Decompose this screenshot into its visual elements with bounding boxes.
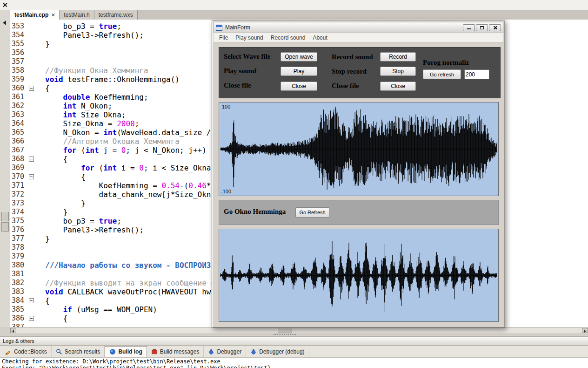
- menubar: File Play sound Record sound About: [214, 33, 503, 43]
- go-refresh-hemming-button[interactable]: Go Refresh: [295, 207, 329, 218]
- top-pane-strip: [0, 0, 588, 10]
- editor-hscrollbar[interactable]: [10, 327, 588, 334]
- line-number: 362: [10, 102, 27, 110]
- line-number: 385: [10, 305, 27, 314]
- close-file-button-1[interactable]: Close: [281, 82, 317, 91]
- code-text: [37, 270, 45, 279]
- tab-testframe-wxs[interactable]: testframe.wxs: [94, 10, 138, 20]
- fold-margin: [27, 234, 37, 243]
- logs-tab-codeblocks[interactable]: Code::Blocks: [1, 346, 52, 357]
- code-text: {: [37, 314, 67, 323]
- line-number: 360: [10, 84, 27, 93]
- logs-tab-search-results[interactable]: Search results: [52, 346, 105, 357]
- code-text: int N_Okon;: [37, 102, 113, 110]
- logs-tab-debugger[interactable]: Debugger: [204, 346, 246, 357]
- line-number: 382: [10, 279, 27, 287]
- scroll-left-icon[interactable]: [10, 328, 16, 333]
- record-sound-label: Record sound: [332, 53, 373, 61]
- logs-tab-label: Search results: [65, 348, 100, 355]
- fold-margin: [27, 252, 37, 261]
- line-number: 380: [10, 261, 27, 270]
- tab-label: testMain.cpp: [14, 12, 48, 18]
- line-number: 383: [10, 287, 27, 296]
- code-text: [37, 48, 45, 57]
- menu-item-play-sound[interactable]: Play sound: [232, 34, 267, 42]
- fold-toggle-icon[interactable]: [29, 316, 34, 321]
- logs-tab-label: Debugger: [217, 348, 241, 355]
- fold-toggle-icon[interactable]: [29, 298, 34, 303]
- hscroll-thumb[interactable]: [277, 328, 292, 333]
- close-file-label-2: Close file: [332, 82, 359, 90]
- line-number: 381: [10, 270, 27, 279]
- tab-testmain-h[interactable]: testMain.h: [60, 10, 94, 20]
- close-window-button[interactable]: [489, 24, 501, 31]
- collapse-arrow-icon[interactable]: [3, 20, 6, 25]
- fold-margin: [27, 270, 37, 279]
- menu-item-record-sound[interactable]: Record sound: [267, 34, 309, 42]
- close-file-button-2[interactable]: Close: [380, 82, 416, 91]
- search-icon: [56, 348, 62, 355]
- line-number: 369: [10, 164, 27, 172]
- waveform-panel-original: 100 -100: [219, 102, 499, 196]
- code-text: void testFrame::OknoHemminga(): [37, 75, 180, 84]
- titlebar[interactable]: MainForm: [214, 22, 503, 33]
- logs-tab-build-log[interactable]: Build log: [105, 346, 147, 357]
- code-text: bo_p3 = true;: [37, 22, 121, 31]
- fold-toggle-icon[interactable]: [29, 157, 34, 162]
- line-number: 377: [10, 234, 27, 243]
- menu-item-about[interactable]: About: [309, 34, 331, 42]
- porog-value-input[interactable]: [464, 69, 489, 79]
- go-refresh-button[interactable]: Go refresh: [423, 69, 461, 79]
- fold-margin: [27, 66, 37, 75]
- code-text: N_Okon = int(WaveHead.data_size / S: [37, 128, 220, 137]
- close-file-label-1: Close file: [224, 82, 251, 89]
- pane-scroll-handle[interactable]: [1, 222, 9, 232]
- fold-margin: [27, 296, 37, 305]
- close-tab-icon[interactable]: [51, 13, 55, 17]
- line-number: 374: [10, 208, 27, 217]
- line-number: 386: [10, 314, 27, 323]
- close-pane-icon[interactable]: [2, 2, 7, 7]
- line-number: 367: [10, 146, 27, 155]
- fold-margin: [27, 208, 37, 217]
- pane-scroll-handle[interactable]: [1, 212, 9, 221]
- tab-testmain-cpp[interactable]: testMain.cpp: [10, 10, 60, 20]
- hemming-panel: Go Okno Hemminga Go Refresh: [219, 200, 499, 225]
- code-text: }: [37, 40, 50, 48]
- code-text: [37, 252, 45, 261]
- code-text: //Функция Окна Хемминга: [37, 66, 148, 75]
- record-button[interactable]: Record: [380, 52, 416, 61]
- code-text: {: [37, 84, 50, 93]
- code-text: {: [37, 172, 86, 181]
- play-button[interactable]: Play: [281, 67, 317, 76]
- line-number: 359: [10, 75, 27, 84]
- scroll-right-icon[interactable]: [582, 328, 588, 333]
- logs-tab-debugger-debug[interactable]: Debugger (debug): [246, 346, 309, 357]
- fold-toggle-icon[interactable]: [29, 86, 34, 91]
- open-wave-button[interactable]: Open wave: [281, 52, 317, 61]
- menu-item-file[interactable]: File: [215, 34, 232, 42]
- minimize-button[interactable]: [463, 24, 475, 31]
- fold-margin: [27, 243, 37, 252]
- fold-margin: [27, 261, 37, 270]
- logs-tab-build-messages[interactable]: Build messages: [147, 346, 204, 357]
- stop-button[interactable]: Stop: [380, 67, 416, 76]
- line-number: 378: [10, 243, 27, 252]
- mainform-window: MainForm File Play sound Record sound Ab…: [212, 20, 505, 328]
- fold-margin: [27, 22, 37, 31]
- fold-margin: [27, 287, 37, 296]
- line-number: 379: [10, 252, 27, 261]
- log-line: Checking for existence: D:\Work\project\…: [2, 358, 588, 365]
- window-title: MainForm: [225, 24, 250, 31]
- code-text: for (int j = 0; j < N_Okon; j++): [37, 146, 207, 155]
- logs-splitter[interactable]: [0, 333, 588, 336]
- line-number: 387: [10, 323, 27, 327]
- fold-margin: [27, 75, 37, 84]
- fold-margin: [27, 217, 37, 225]
- code-text: }: [37, 234, 50, 243]
- fold-margin: [27, 57, 37, 66]
- fold-toggle-icon[interactable]: [29, 174, 34, 179]
- code-text: int Size_Okna;: [37, 110, 126, 119]
- maximize-button[interactable]: [476, 24, 488, 31]
- left-pane-strip: [0, 10, 10, 327]
